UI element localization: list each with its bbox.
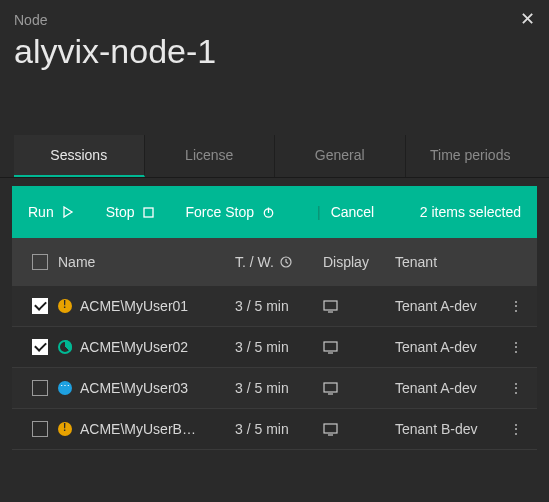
monitor-icon[interactable] xyxy=(323,341,338,354)
selection-count: 2 items selected xyxy=(420,204,521,220)
session-tw: 3 / 5 min xyxy=(235,339,289,355)
svg-rect-6 xyxy=(324,342,337,351)
session-name: ACME\MyUserB… xyxy=(80,421,196,437)
session-name: ACME\MyUser03 xyxy=(80,380,188,396)
toolbar-separator: | xyxy=(317,204,321,220)
node-panel: ✕ Node alyvix-node-1 Sessions License Ge… xyxy=(0,0,549,502)
play-icon xyxy=(62,206,74,218)
col-tw[interactable]: T. / W. xyxy=(235,254,274,270)
session-tenant: Tenant A-dev xyxy=(395,339,477,355)
force-stop-button[interactable]: Force Stop xyxy=(186,204,275,220)
svg-rect-8 xyxy=(324,383,337,392)
svg-rect-0 xyxy=(144,208,153,217)
table-body: ACME\MyUser01 3 / 5 min Tenant A-dev ⋮ A… xyxy=(12,286,537,450)
stop-button[interactable]: Stop xyxy=(106,204,154,220)
kebab-menu-icon[interactable]: ⋮ xyxy=(509,421,523,437)
col-name[interactable]: Name xyxy=(58,254,95,270)
stop-icon xyxy=(143,207,154,218)
kebab-menu-icon[interactable]: ⋮ xyxy=(509,298,523,314)
tab-license[interactable]: License xyxy=(145,135,276,177)
node-title: alyvix-node-1 xyxy=(14,32,535,71)
svg-rect-4 xyxy=(324,301,337,310)
action-toolbar: Run Stop Force Stop | Cancel 2 items sel… xyxy=(12,186,537,238)
session-tw: 3 / 5 min xyxy=(235,298,289,314)
close-icon[interactable]: ✕ xyxy=(520,10,535,28)
col-display[interactable]: Display xyxy=(323,254,369,270)
status-warn-icon xyxy=(58,299,72,313)
sessions-table: Name T. / W. Display Tenant ACME\MyUser0… xyxy=(12,238,537,450)
col-tenant[interactable]: Tenant xyxy=(395,254,437,270)
row-checkbox[interactable] xyxy=(32,421,48,437)
status-warn-icon xyxy=(58,422,72,436)
tab-sessions[interactable]: Sessions xyxy=(14,135,145,177)
run-button[interactable]: Run xyxy=(28,204,74,220)
monitor-icon[interactable] xyxy=(323,382,338,395)
table-header: Name T. / W. Display Tenant xyxy=(12,238,537,286)
panel-header: ✕ Node alyvix-node-1 xyxy=(0,0,549,135)
session-name: ACME\MyUser01 xyxy=(80,298,188,314)
session-name: ACME\MyUser02 xyxy=(80,339,188,355)
table-row: ACME\MyUser03 3 / 5 min Tenant A-dev ⋮ xyxy=(12,368,537,409)
status-progress-icon xyxy=(58,340,72,354)
kebab-menu-icon[interactable]: ⋮ xyxy=(509,339,523,355)
tab-general[interactable]: General xyxy=(275,135,406,177)
status-busy-icon xyxy=(58,381,72,395)
tab-time-periods[interactable]: Time periods xyxy=(406,135,536,177)
cancel-button[interactable]: Cancel xyxy=(331,204,375,220)
run-label: Run xyxy=(28,204,54,220)
tab-bar: Sessions License General Time periods xyxy=(0,135,549,178)
table-row: ACME\MyUser01 3 / 5 min Tenant A-dev ⋮ xyxy=(12,286,537,327)
svg-rect-10 xyxy=(324,424,337,433)
row-checkbox[interactable] xyxy=(32,298,48,314)
monitor-icon[interactable] xyxy=(323,300,338,313)
session-tenant: Tenant B-dev xyxy=(395,421,478,437)
table-row: ACME\MyUser02 3 / 5 min Tenant A-dev ⋮ xyxy=(12,327,537,368)
select-all-checkbox[interactable] xyxy=(32,254,48,270)
row-checkbox[interactable] xyxy=(32,339,48,355)
node-label: Node xyxy=(14,12,535,28)
row-checkbox[interactable] xyxy=(32,380,48,396)
power-icon xyxy=(262,206,275,219)
cancel-label: Cancel xyxy=(331,204,375,220)
clock-icon xyxy=(280,256,292,268)
session-tenant: Tenant A-dev xyxy=(395,380,477,396)
session-tw: 3 / 5 min xyxy=(235,421,289,437)
table-row: ACME\MyUserB… 3 / 5 min Tenant B-dev ⋮ xyxy=(12,409,537,450)
session-tenant: Tenant A-dev xyxy=(395,298,477,314)
force-stop-label: Force Stop xyxy=(186,204,254,220)
kebab-menu-icon[interactable]: ⋮ xyxy=(509,380,523,396)
session-tw: 3 / 5 min xyxy=(235,380,289,396)
stop-label: Stop xyxy=(106,204,135,220)
monitor-icon[interactable] xyxy=(323,423,338,436)
